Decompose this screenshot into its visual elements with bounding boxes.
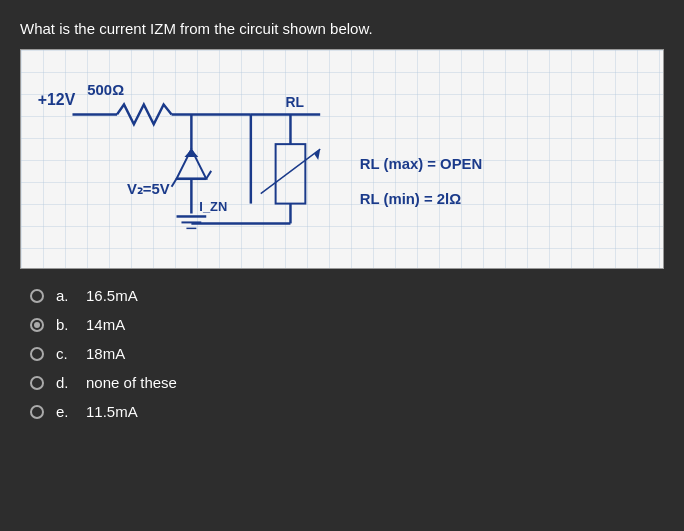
radio-e[interactable] [30, 405, 44, 419]
svg-line-9 [206, 171, 211, 179]
answer-letter-0: a. [56, 287, 74, 304]
question-text: What is the current IZM from the circuit… [20, 20, 664, 37]
answer-text-1: 14mA [86, 316, 125, 333]
answer-text-2: 18mA [86, 345, 125, 362]
answer-letter-1: b. [56, 316, 74, 333]
svg-text:RL (min) = 2lΩ: RL (min) = 2lΩ [360, 191, 461, 207]
answers-container: a.16.5mAb.14mAc.18mAd.none of thesee.11.… [20, 287, 664, 420]
answer-text-3: none of these [86, 374, 177, 391]
answer-letter-4: e. [56, 403, 74, 420]
answer-item-b[interactable]: b.14mA [30, 316, 664, 333]
svg-text:I_ZN: I_ZN [199, 199, 227, 214]
svg-text:V₂=5V: V₂=5V [127, 181, 170, 197]
svg-text:+12V: +12V [38, 91, 76, 108]
radio-c[interactable] [30, 347, 44, 361]
answer-text-4: 11.5mA [86, 403, 138, 420]
answer-item-e[interactable]: e.11.5mA [30, 403, 664, 420]
svg-line-19 [261, 149, 320, 194]
answer-item-a[interactable]: a.16.5mA [30, 287, 664, 304]
svg-marker-26 [184, 149, 198, 157]
radio-b[interactable] [30, 318, 44, 332]
svg-text:500Ω: 500Ω [87, 82, 124, 98]
svg-text:RL: RL [286, 94, 305, 110]
svg-text:RL (max) = OPEN: RL (max) = OPEN [360, 156, 482, 172]
radio-a[interactable] [30, 289, 44, 303]
svg-line-8 [172, 179, 177, 187]
answer-item-c[interactable]: c.18mA [30, 345, 664, 362]
answer-letter-3: d. [56, 374, 74, 391]
answer-letter-2: c. [56, 345, 74, 362]
svg-rect-18 [276, 144, 306, 203]
radio-d[interactable] [30, 376, 44, 390]
answer-text-0: 16.5mA [86, 287, 138, 304]
answer-item-d[interactable]: d.none of these [30, 374, 664, 391]
circuit-diagram: +12V 500Ω V₂=5V I_ZN [20, 49, 664, 269]
